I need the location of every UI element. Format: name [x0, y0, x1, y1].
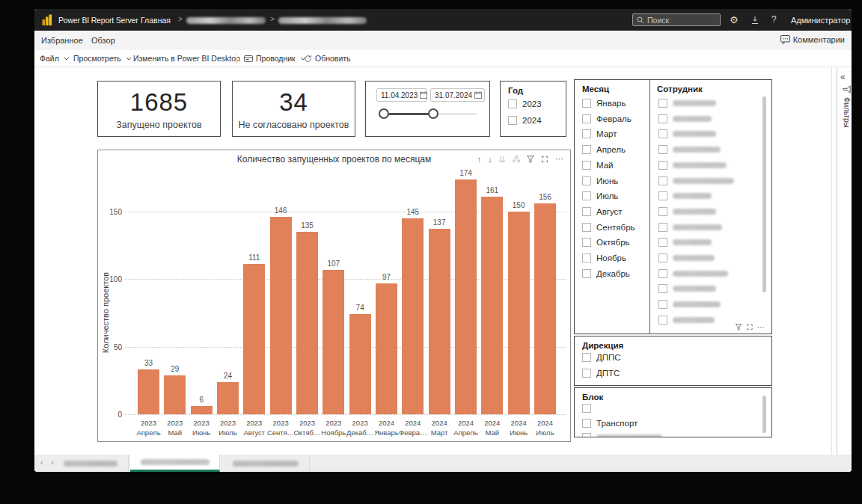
edit-in-desktop-button[interactable]: Изменить в Power BI Desktop	[133, 54, 240, 63]
scrollbar[interactable]	[762, 96, 766, 292]
explorer-menu[interactable]: Проводник	[244, 54, 306, 63]
employee-option[interactable]	[658, 238, 712, 247]
user-menu[interactable]: Администратор	[791, 16, 850, 25]
download-icon[interactable]	[751, 16, 759, 25]
bar[interactable]	[191, 406, 213, 414]
checkbox[interactable]	[582, 114, 591, 123]
checkbox[interactable]	[658, 129, 667, 138]
bar[interactable]	[138, 369, 159, 414]
employee-option[interactable]	[658, 161, 727, 170]
end-date-input[interactable]: 31.07.2024	[430, 88, 485, 102]
drill-down-icon[interactable]: ↓	[488, 155, 492, 164]
bar[interactable]	[349, 314, 371, 414]
checkbox[interactable]	[582, 176, 591, 185]
more-options-icon[interactable]: ⋯	[757, 325, 765, 329]
bar[interactable]	[481, 197, 503, 414]
bar[interactable]	[508, 212, 530, 414]
checkbox[interactable]	[582, 238, 591, 247]
file-menu[interactable]: Файл	[40, 54, 70, 63]
bar[interactable]	[429, 229, 450, 414]
slider-range[interactable]	[383, 113, 432, 115]
refresh-button[interactable]: Обновить	[304, 54, 351, 63]
checkbox[interactable]	[658, 176, 667, 185]
expand-filter-pane-icon[interactable]: «	[840, 72, 846, 82]
year-option[interactable]: 2024	[508, 116, 542, 125]
block-option[interactable]: Транспорт	[582, 419, 638, 428]
tab-browse[interactable]: Обзор	[91, 36, 115, 45]
month-option[interactable]: Февраль	[582, 114, 632, 123]
employee-option[interactable]	[658, 300, 721, 309]
checkbox[interactable]	[582, 223, 591, 232]
block-option[interactable]	[582, 433, 662, 437]
breadcrumb-redacted-1[interactable]	[186, 17, 266, 24]
filter-icon[interactable]	[527, 156, 534, 163]
checkbox[interactable]	[508, 99, 517, 108]
employee-option[interactable]	[658, 191, 712, 200]
month-option[interactable]: Март	[582, 129, 617, 138]
bar[interactable]	[455, 179, 477, 414]
employee-option[interactable]	[658, 284, 716, 293]
employee-option[interactable]	[658, 207, 716, 216]
checkbox[interactable]	[508, 116, 517, 125]
help-icon[interactable]: ?	[771, 14, 777, 25]
expand-all-icon[interactable]	[513, 156, 520, 163]
checkbox[interactable]	[582, 404, 591, 413]
month-option[interactable]: Май	[582, 161, 614, 170]
bar[interactable]	[243, 264, 265, 414]
checkbox[interactable]	[582, 207, 591, 216]
checkbox[interactable]	[658, 223, 667, 232]
checkbox[interactable]	[658, 99, 667, 108]
checkbox[interactable]	[658, 145, 667, 154]
direction-option[interactable]: ДППС	[582, 353, 621, 362]
checkbox[interactable]	[582, 161, 591, 170]
filter-icon[interactable]	[736, 324, 742, 331]
employee-option[interactable]	[658, 145, 721, 154]
page-tab[interactable]	[52, 455, 129, 472]
slider-handle-start[interactable]	[379, 108, 389, 119]
bar[interactable]	[323, 270, 344, 414]
employee-option[interactable]	[658, 253, 715, 262]
month-option[interactable]: Июнь	[582, 176, 618, 185]
checkbox[interactable]	[658, 300, 667, 309]
month-option[interactable]: Октябрь	[582, 238, 630, 247]
bar[interactable]	[534, 203, 556, 414]
bar[interactable]	[296, 232, 318, 414]
checkbox[interactable]	[582, 269, 591, 278]
checkbox[interactable]	[582, 253, 591, 262]
month-option[interactable]: Январь	[582, 99, 626, 108]
start-date-input[interactable]: 11.04.2023	[376, 88, 427, 102]
employee-option[interactable]	[658, 176, 734, 185]
month-option[interactable]: Сентябрь	[582, 223, 635, 232]
comments-button[interactable]: Комментарии	[780, 35, 845, 44]
page-tab[interactable]	[221, 455, 310, 472]
bar[interactable]	[270, 217, 292, 414]
month-option[interactable]: Апрель	[582, 145, 626, 154]
checkbox[interactable]	[582, 433, 591, 437]
checkbox[interactable]	[658, 161, 667, 170]
settings-gear-icon[interactable]: ⚙	[730, 14, 739, 25]
year-option[interactable]: 2023	[508, 99, 542, 108]
employee-option[interactable]	[658, 114, 712, 123]
month-option[interactable]: Август	[582, 207, 623, 216]
bar[interactable]	[376, 283, 397, 414]
employee-option[interactable]	[658, 99, 716, 108]
checkbox[interactable]	[658, 253, 667, 262]
employee-option[interactable]	[658, 223, 722, 232]
checkbox[interactable]	[658, 114, 667, 123]
breadcrumb-root[interactable]: Главная	[141, 16, 171, 25]
drill-up-icon[interactable]: ↑	[477, 155, 482, 164]
direction-option[interactable]: ДПТС	[582, 369, 620, 378]
checkbox[interactable]	[582, 419, 591, 428]
page-tab[interactable]	[130, 455, 220, 472]
employee-option[interactable]	[658, 316, 715, 325]
tab-favorites[interactable]: Избранное	[41, 36, 83, 45]
bar[interactable]	[164, 375, 186, 414]
prev-page-icon[interactable]: ‹	[40, 458, 43, 467]
bar[interactable]	[217, 382, 239, 414]
scrollbar[interactable]	[762, 396, 766, 433]
block-option[interactable]	[582, 404, 591, 413]
month-option[interactable]: Июль	[582, 191, 618, 200]
month-option[interactable]: Декабрь	[582, 269, 630, 278]
checkbox[interactable]	[582, 129, 591, 138]
checkbox[interactable]	[582, 145, 591, 154]
